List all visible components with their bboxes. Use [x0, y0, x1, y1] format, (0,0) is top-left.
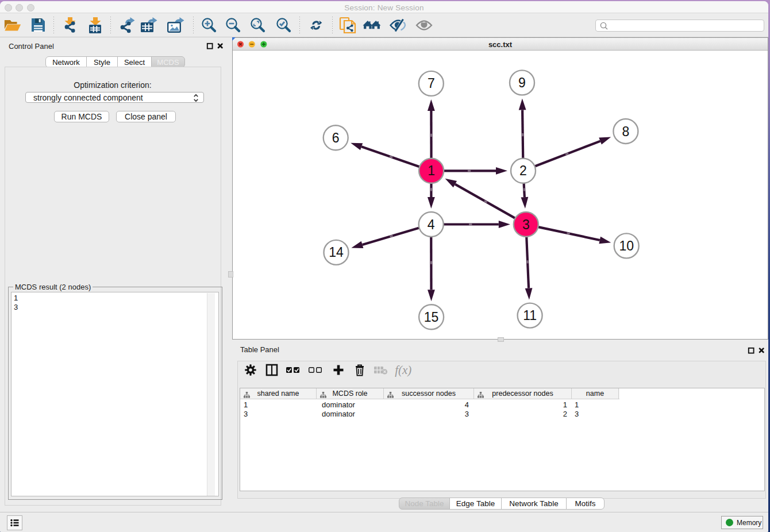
svg-text:3: 3: [522, 217, 530, 232]
svg-text:9: 9: [518, 75, 526, 90]
svg-text:15: 15: [424, 310, 439, 325]
svg-text:7: 7: [428, 76, 435, 91]
svg-text:8: 8: [622, 124, 630, 139]
svg-text:11: 11: [523, 308, 537, 323]
svg-text:1: 1: [428, 163, 435, 178]
svg-text:10: 10: [619, 238, 634, 253]
svg-text:6: 6: [332, 130, 340, 145]
svg-text:14: 14: [329, 245, 344, 260]
svg-text:4: 4: [428, 217, 435, 232]
svg-text:2: 2: [519, 163, 527, 178]
